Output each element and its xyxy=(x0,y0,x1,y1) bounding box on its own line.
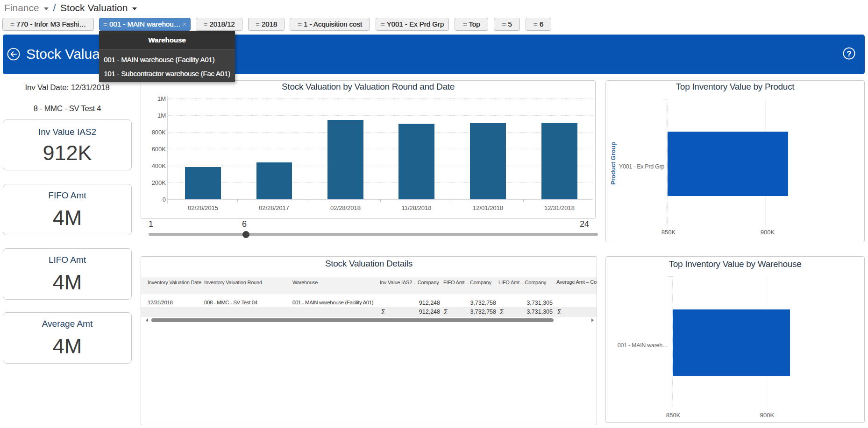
svg-text:?: ? xyxy=(847,49,851,58)
